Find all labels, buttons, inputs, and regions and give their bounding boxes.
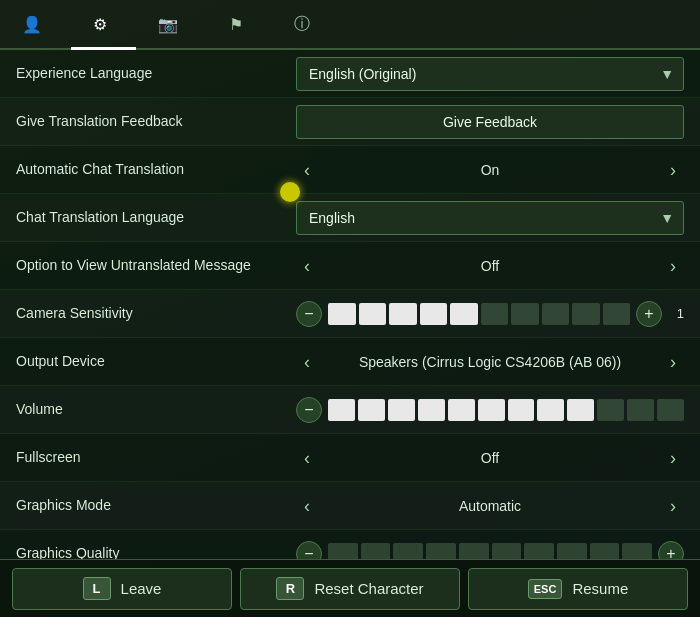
setting-row-give-translation-feedback: Give Translation FeedbackGive Feedback <box>0 98 700 146</box>
slider-num-camera-sensitivity: 1 <box>668 306 684 321</box>
slider-ctrl-volume: − <box>296 397 684 423</box>
slider-seg-9 <box>622 543 652 560</box>
arrow-right-fullscreen[interactable]: › <box>662 449 684 467</box>
setting-control-option-view-untranslated: ‹ Off › <box>296 257 684 275</box>
setting-label-graphics-quality: Graphics Quality <box>16 544 296 559</box>
plus-btn-graphics-quality[interactable]: + <box>658 541 684 560</box>
nav-report[interactable]: ⚑ <box>207 2 272 50</box>
dropdown-experience-language[interactable]: English (Original) <box>296 57 684 91</box>
slider-seg-1 <box>359 303 387 325</box>
slider-seg-3 <box>426 543 456 560</box>
slider-seg-5 <box>481 303 509 325</box>
slider-track-graphics-quality[interactable] <box>328 543 652 560</box>
slider-seg-1 <box>361 543 391 560</box>
slider-seg-7 <box>537 399 564 421</box>
slider-seg-4 <box>459 543 489 560</box>
nav-captures[interactable]: 📷 <box>136 2 207 50</box>
slider-seg-1 <box>358 399 385 421</box>
reset-key: R <box>276 577 304 600</box>
setting-row-graphics-quality: Graphics Quality − + <box>0 530 700 559</box>
arrow-left-option-view-untranslated[interactable]: ‹ <box>296 257 318 275</box>
arrow-value-fullscreen: Off <box>318 450 662 466</box>
arrow-left-automatic-chat-translation[interactable]: ‹ <box>296 161 318 179</box>
setting-row-experience-language: Experience Language English (Original) ▼ <box>0 50 700 98</box>
slider-seg-3 <box>420 303 448 325</box>
btn-give-translation-feedback[interactable]: Give Feedback <box>296 105 684 139</box>
slider-seg-2 <box>388 399 415 421</box>
dropdown-wrap-chat-translation-language: English ▼ <box>296 201 684 235</box>
help-icon: ⓘ <box>294 14 310 35</box>
reset-character-button[interactable]: R Reset Character <box>240 568 460 610</box>
slider-ctrl-graphics-quality: − + <box>296 541 684 560</box>
nav-help[interactable]: ⓘ <box>272 2 339 50</box>
reset-label: Reset Character <box>314 580 423 597</box>
setting-control-output-device: ‹ Speakers (Cirrus Logic CS4206B (AB 06)… <box>296 353 684 371</box>
slider-seg-6 <box>508 399 535 421</box>
people-icon: 👤 <box>22 15 42 34</box>
setting-label-chat-translation-language: Chat Translation Language <box>16 208 296 226</box>
dropdown-chat-translation-language[interactable]: English <box>296 201 684 235</box>
arrow-left-output-device[interactable]: ‹ <box>296 353 318 371</box>
setting-label-option-view-untranslated: Option to View Untranslated Message <box>16 256 296 274</box>
minus-btn-camera-sensitivity[interactable]: − <box>296 301 322 327</box>
slider-seg-7 <box>542 303 570 325</box>
slider-seg-9 <box>597 399 624 421</box>
slider-seg-6 <box>511 303 539 325</box>
slider-track-volume[interactable] <box>328 399 684 421</box>
captures-icon: 📷 <box>158 15 178 34</box>
arrow-right-option-view-untranslated[interactable]: › <box>662 257 684 275</box>
slider-seg-5 <box>478 399 505 421</box>
resume-key: ESC <box>528 579 563 599</box>
setting-label-output-device: Output Device <box>16 352 296 370</box>
resume-label: Resume <box>572 580 628 597</box>
bottom-bar: L Leave R Reset Character ESC Resume <box>0 559 700 617</box>
setting-label-experience-language: Experience Language <box>16 64 296 82</box>
slider-seg-7 <box>557 543 587 560</box>
slider-track-camera-sensitivity[interactable] <box>328 303 630 325</box>
setting-control-graphics-quality: − + <box>296 541 684 560</box>
setting-control-chat-translation-language: English ▼ <box>296 201 684 235</box>
setting-label-give-translation-feedback: Give Translation Feedback <box>16 112 296 130</box>
setting-control-volume: − <box>296 397 684 423</box>
arrow-left-fullscreen[interactable]: ‹ <box>296 449 318 467</box>
slider-seg-4 <box>450 303 478 325</box>
setting-row-automatic-chat-translation: Automatic Chat Translation ‹ On › <box>0 146 700 194</box>
setting-label-volume: Volume <box>16 400 296 418</box>
setting-control-fullscreen: ‹ Off › <box>296 449 684 467</box>
slider-seg-4 <box>448 399 475 421</box>
minus-btn-volume[interactable]: − <box>296 397 322 423</box>
arrow-value-graphics-mode: Automatic <box>318 498 662 514</box>
arrow-value-automatic-chat-translation: On <box>318 162 662 178</box>
slider-ctrl-camera-sensitivity: − + 1 <box>296 301 684 327</box>
setting-row-graphics-mode: Graphics Mode ‹ Automatic › <box>0 482 700 530</box>
arrow-value-option-view-untranslated: Off <box>318 258 662 274</box>
plus-btn-camera-sensitivity[interactable]: + <box>636 301 662 327</box>
slider-seg-8 <box>572 303 600 325</box>
setting-label-automatic-chat-translation: Automatic Chat Translation <box>16 160 296 178</box>
arrow-right-output-device[interactable]: › <box>662 353 684 371</box>
nav-settings[interactable]: ⚙ <box>71 2 136 50</box>
report-icon: ⚑ <box>229 15 243 34</box>
slider-seg-6 <box>524 543 554 560</box>
arrow-left-graphics-mode[interactable]: ‹ <box>296 497 318 515</box>
leave-button[interactable]: L Leave <box>12 568 232 610</box>
setting-label-fullscreen: Fullscreen <box>16 448 296 466</box>
slider-seg-8 <box>567 399 594 421</box>
arrow-ctrl-option-view-untranslated: ‹ Off › <box>296 257 684 275</box>
settings-icon: ⚙ <box>93 15 107 34</box>
minus-btn-graphics-quality[interactable]: − <box>296 541 322 560</box>
arrow-right-automatic-chat-translation[interactable]: › <box>662 161 684 179</box>
setting-row-fullscreen: Fullscreen ‹ Off › <box>0 434 700 482</box>
slider-seg-0 <box>328 303 356 325</box>
setting-control-give-translation-feedback: Give Feedback <box>296 105 684 139</box>
resume-button[interactable]: ESC Resume <box>468 568 688 610</box>
nav-people[interactable]: 👤 <box>0 2 71 50</box>
arrow-right-graphics-mode[interactable]: › <box>662 497 684 515</box>
slider-seg-2 <box>393 543 423 560</box>
arrow-ctrl-automatic-chat-translation: ‹ On › <box>296 161 684 179</box>
arrow-value-output-device: Speakers (Cirrus Logic CS4206B (AB 06)) <box>318 354 662 370</box>
dropdown-wrap-experience-language: English (Original) ▼ <box>296 57 684 91</box>
slider-seg-0 <box>328 543 358 560</box>
setting-row-volume: Volume − <box>0 386 700 434</box>
setting-control-experience-language: English (Original) ▼ <box>296 57 684 91</box>
